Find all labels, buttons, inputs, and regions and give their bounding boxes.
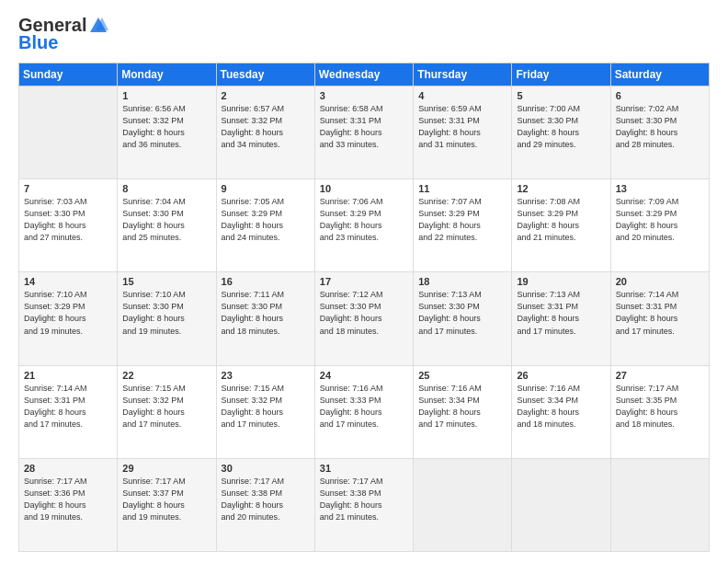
calendar-day-cell: 23Sunrise: 7:15 AM Sunset: 3:32 PM Dayli… [216,365,314,458]
day-info: Sunrise: 7:12 AM Sunset: 3:30 PM Dayligh… [320,289,408,337]
day-info: Sunrise: 7:15 AM Sunset: 3:32 PM Dayligh… [222,383,310,431]
calendar-week-row: 1Sunrise: 6:56 AM Sunset: 3:32 PM Daylig… [19,86,710,179]
calendar-week-row: 14Sunrise: 7:10 AM Sunset: 3:29 PM Dayli… [19,272,710,365]
calendar-day-cell: 21Sunrise: 7:14 AM Sunset: 3:31 PM Dayli… [19,365,118,458]
calendar-week-row: 21Sunrise: 7:14 AM Sunset: 3:31 PM Dayli… [19,365,710,458]
calendar-week-row: 28Sunrise: 7:17 AM Sunset: 3:36 PM Dayli… [19,458,710,551]
calendar-day-cell: 18Sunrise: 7:13 AM Sunset: 3:30 PM Dayli… [414,272,512,365]
day-number: 26 [517,370,605,381]
page-header: General Blue [18,15,710,53]
day-number: 29 [122,463,210,474]
day-number: 20 [616,276,704,287]
day-number: 19 [517,276,605,287]
day-info: Sunrise: 7:10 AM Sunset: 3:30 PM Dayligh… [122,289,210,337]
day-info: Sunrise: 6:56 AM Sunset: 3:32 PM Dayligh… [122,103,210,151]
day-number: 16 [222,276,310,287]
day-info: Sunrise: 7:05 AM Sunset: 3:29 PM Dayligh… [222,196,310,244]
calendar-day-cell: 20Sunrise: 7:14 AM Sunset: 3:31 PM Dayli… [610,272,709,365]
calendar-table: SundayMondayTuesdayWednesdayThursdayFrid… [18,63,710,552]
day-info: Sunrise: 7:13 AM Sunset: 3:30 PM Dayligh… [418,289,506,337]
day-number: 1 [122,90,210,101]
day-info: Sunrise: 7:02 AM Sunset: 3:30 PM Dayligh… [616,103,704,151]
day-number: 21 [24,370,112,381]
logo-blue: Blue [18,32,58,53]
day-info: Sunrise: 7:03 AM Sunset: 3:30 PM Dayligh… [24,196,112,244]
day-number: 7 [24,183,112,194]
calendar-day-cell: 19Sunrise: 7:13 AM Sunset: 3:31 PM Dayli… [512,272,610,365]
calendar-day-cell: 16Sunrise: 7:11 AM Sunset: 3:30 PM Dayli… [216,272,314,365]
day-number: 25 [418,370,506,381]
col-header-tuesday: Tuesday [216,63,314,86]
day-info: Sunrise: 7:07 AM Sunset: 3:29 PM Dayligh… [418,196,506,244]
calendar-day-cell: 29Sunrise: 7:17 AM Sunset: 3:37 PM Dayli… [118,458,216,551]
calendar-day-cell: 2Sunrise: 6:57 AM Sunset: 3:32 PM Daylig… [216,86,314,179]
calendar-day-cell: 11Sunrise: 7:07 AM Sunset: 3:29 PM Dayli… [414,179,512,272]
col-header-monday: Monday [118,63,216,86]
calendar-week-row: 7Sunrise: 7:03 AM Sunset: 3:30 PM Daylig… [19,179,710,272]
col-header-wednesday: Wednesday [314,63,413,86]
calendar-header-row: SundayMondayTuesdayWednesdayThursdayFrid… [19,63,710,86]
calendar-day-cell: 22Sunrise: 7:15 AM Sunset: 3:32 PM Dayli… [118,365,216,458]
day-info: Sunrise: 7:15 AM Sunset: 3:32 PM Dayligh… [122,383,210,431]
calendar-day-cell: 26Sunrise: 7:16 AM Sunset: 3:34 PM Dayli… [512,365,610,458]
logo: General Blue [18,15,108,53]
day-number: 12 [517,183,605,194]
day-info: Sunrise: 7:17 AM Sunset: 3:38 PM Dayligh… [320,476,408,523]
day-number: 30 [222,463,310,474]
day-number: 18 [418,276,506,287]
day-number: 3 [320,90,408,101]
day-info: Sunrise: 7:09 AM Sunset: 3:29 PM Dayligh… [616,196,704,244]
day-info: Sunrise: 7:16 AM Sunset: 3:33 PM Dayligh… [320,383,408,431]
day-number: 15 [122,276,210,287]
calendar-day-cell [512,458,610,551]
calendar-day-cell: 3Sunrise: 6:58 AM Sunset: 3:31 PM Daylig… [314,86,413,179]
day-number: 28 [24,463,112,474]
day-info: Sunrise: 7:10 AM Sunset: 3:29 PM Dayligh… [24,289,112,337]
logo-icon [88,16,108,36]
day-info: Sunrise: 7:06 AM Sunset: 3:29 PM Dayligh… [320,196,408,244]
day-number: 9 [222,183,310,194]
calendar-day-cell: 31Sunrise: 7:17 AM Sunset: 3:38 PM Dayli… [314,458,413,551]
day-info: Sunrise: 7:17 AM Sunset: 3:38 PM Dayligh… [222,476,310,523]
day-info: Sunrise: 6:59 AM Sunset: 3:31 PM Dayligh… [418,103,506,151]
day-info: Sunrise: 7:14 AM Sunset: 3:31 PM Dayligh… [24,383,112,431]
day-info: Sunrise: 7:04 AM Sunset: 3:30 PM Dayligh… [122,196,210,244]
day-info: Sunrise: 7:17 AM Sunset: 3:35 PM Dayligh… [616,383,704,431]
day-info: Sunrise: 7:17 AM Sunset: 3:36 PM Dayligh… [24,476,112,523]
day-info: Sunrise: 7:17 AM Sunset: 3:37 PM Dayligh… [122,476,210,523]
day-number: 23 [222,370,310,381]
day-info: Sunrise: 7:11 AM Sunset: 3:30 PM Dayligh… [222,289,310,337]
calendar-day-cell: 7Sunrise: 7:03 AM Sunset: 3:30 PM Daylig… [19,179,118,272]
day-info: Sunrise: 7:00 AM Sunset: 3:30 PM Dayligh… [517,103,605,151]
day-info: Sunrise: 6:58 AM Sunset: 3:31 PM Dayligh… [320,103,408,151]
calendar-day-cell [19,86,118,179]
col-header-thursday: Thursday [414,63,512,86]
col-header-sunday: Sunday [19,63,118,86]
col-header-friday: Friday [512,63,610,86]
calendar-day-cell: 5Sunrise: 7:00 AM Sunset: 3:30 PM Daylig… [512,86,610,179]
day-number: 27 [616,370,704,381]
day-info: Sunrise: 7:16 AM Sunset: 3:34 PM Dayligh… [517,383,605,431]
calendar-day-cell: 9Sunrise: 7:05 AM Sunset: 3:29 PM Daylig… [216,179,314,272]
col-header-saturday: Saturday [610,63,709,86]
day-info: Sunrise: 6:57 AM Sunset: 3:32 PM Dayligh… [222,103,310,151]
day-number: 31 [320,463,408,474]
calendar-day-cell: 13Sunrise: 7:09 AM Sunset: 3:29 PM Dayli… [610,179,709,272]
day-number: 24 [320,370,408,381]
day-info: Sunrise: 7:13 AM Sunset: 3:31 PM Dayligh… [517,289,605,337]
calendar-day-cell: 28Sunrise: 7:17 AM Sunset: 3:36 PM Dayli… [19,458,118,551]
day-info: Sunrise: 7:14 AM Sunset: 3:31 PM Dayligh… [616,289,704,337]
calendar-day-cell: 30Sunrise: 7:17 AM Sunset: 3:38 PM Dayli… [216,458,314,551]
day-number: 10 [320,183,408,194]
day-info: Sunrise: 7:16 AM Sunset: 3:34 PM Dayligh… [418,383,506,431]
calendar-day-cell: 12Sunrise: 7:08 AM Sunset: 3:29 PM Dayli… [512,179,610,272]
day-number: 11 [418,183,506,194]
day-number: 5 [517,90,605,101]
calendar-day-cell: 25Sunrise: 7:16 AM Sunset: 3:34 PM Dayli… [414,365,512,458]
calendar-day-cell: 27Sunrise: 7:17 AM Sunset: 3:35 PM Dayli… [610,365,709,458]
calendar-day-cell: 24Sunrise: 7:16 AM Sunset: 3:33 PM Dayli… [314,365,413,458]
calendar-day-cell: 1Sunrise: 6:56 AM Sunset: 3:32 PM Daylig… [118,86,216,179]
calendar-day-cell: 4Sunrise: 6:59 AM Sunset: 3:31 PM Daylig… [414,86,512,179]
day-number: 6 [616,90,704,101]
calendar-day-cell: 10Sunrise: 7:06 AM Sunset: 3:29 PM Dayli… [314,179,413,272]
